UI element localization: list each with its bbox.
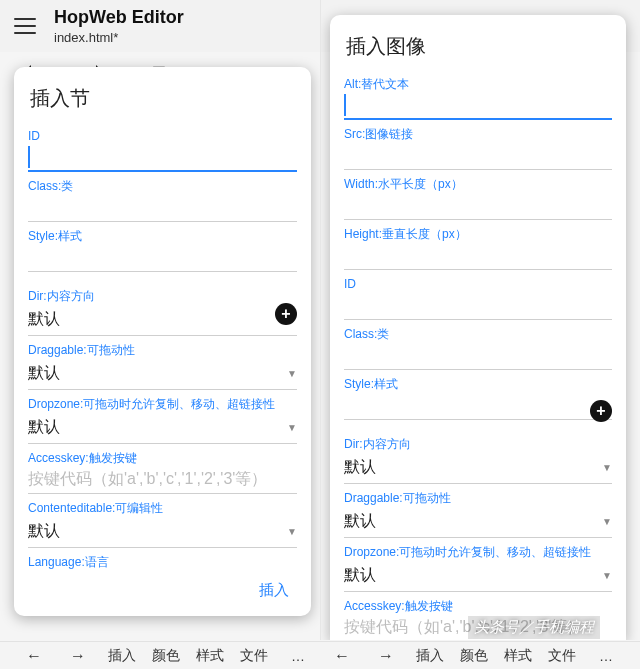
contenteditable-label: Contenteditable:可编辑性 <box>28 500 297 516</box>
accesskey-label: Accesskey:触发按键 <box>344 598 612 614</box>
dir-label: Dir:内容方向 <box>28 288 297 304</box>
chevron-down-icon: ▼ <box>602 516 612 527</box>
dropzone-label: Dropzone:可拖动时允许复制、移动、超链接性 <box>28 396 297 412</box>
alt-input[interactable] <box>344 92 612 120</box>
draggable-label: Draggable:可拖动性 <box>344 490 612 506</box>
alt-label: Alt:替代文本 <box>344 76 612 92</box>
class-input[interactable] <box>28 194 297 222</box>
src-input[interactable] <box>344 142 612 170</box>
contenteditable-select[interactable]: 默认▼ <box>28 516 297 548</box>
id-input[interactable] <box>344 292 612 320</box>
nav-left[interactable]: ← <box>12 647 56 665</box>
bottom-file[interactable]: 文件 <box>232 647 276 665</box>
width-input[interactable] <box>344 192 612 220</box>
accesskey-input[interactable]: 按键代码（如'a','b','c','1','2','3'等） <box>28 466 297 494</box>
insert-section-dialog: 插入节 ID Class:类 Style:样式 Dir:内容方向 默认▼ <box>14 67 311 616</box>
chevron-down-icon: ▼ <box>602 462 612 473</box>
chevron-down-icon: ▼ <box>287 422 297 433</box>
draggable-select[interactable]: 默认▼ <box>344 506 612 538</box>
style-input[interactable] <box>344 392 612 420</box>
chevron-down-icon: ▼ <box>287 368 297 379</box>
bottom-toolbar: ← → 插入 颜色 样式 文件 … ← → 插入 颜色 样式 文件 … <box>0 641 640 669</box>
insert-image-dialog: 插入图像 Alt:替代文本 Src:图像链接 Width:水平长度（px） He… <box>330 15 626 640</box>
add-style-button[interactable]: + <box>590 400 612 422</box>
bottom-color[interactable]: 颜色 <box>144 647 188 665</box>
insert-button[interactable]: 插入 <box>259 581 289 598</box>
style-input[interactable] <box>28 244 297 272</box>
class-input[interactable] <box>344 342 612 370</box>
height-label: Height:垂直长度（px） <box>344 226 612 242</box>
dir-label: Dir:内容方向 <box>344 436 612 452</box>
height-input[interactable] <box>344 242 612 270</box>
chevron-down-icon: ▼ <box>602 570 612 581</box>
bottom-file-2[interactable]: 文件 <box>540 647 584 665</box>
bottom-more[interactable]: … <box>276 648 320 664</box>
dropzone-label: Dropzone:可拖动时允许复制、移动、超链接性 <box>344 544 612 560</box>
id-label: ID <box>344 276 612 292</box>
bottom-more-2[interactable]: … <box>584 648 628 664</box>
bottom-color-2[interactable]: 颜色 <box>452 647 496 665</box>
nav-left-2[interactable]: ← <box>320 647 364 665</box>
watermark: 头条号／手机编程 <box>468 616 600 639</box>
dialog-title: 插入图像 <box>330 15 626 70</box>
dropzone-select[interactable]: 默认▼ <box>28 412 297 444</box>
class-label: Class:类 <box>344 326 612 342</box>
class-label: Class:类 <box>28 178 297 194</box>
style-label: Style:样式 <box>344 376 612 392</box>
right-screen: HopWeb Editor 插入图像 Alt:替代文本 Src:图像链接 Wid… <box>320 0 640 640</box>
dropzone-select[interactable]: 默认▼ <box>344 560 612 592</box>
bottom-style-2[interactable]: 样式 <box>496 647 540 665</box>
language-label: Language:语言 <box>28 554 297 570</box>
nav-right[interactable]: → <box>56 647 100 665</box>
chevron-down-icon: ▼ <box>287 526 297 537</box>
src-label: Src:图像链接 <box>344 126 612 142</box>
id-label: ID <box>28 128 297 144</box>
left-screen: HopWeb Editor index.html* 插入节 ID Class:类 <box>0 0 320 640</box>
bottom-insert[interactable]: 插入 <box>100 647 144 665</box>
bottom-style[interactable]: 样式 <box>188 647 232 665</box>
draggable-label: Draggable:可拖动性 <box>28 342 297 358</box>
id-input[interactable] <box>28 144 297 172</box>
width-label: Width:水平长度（px） <box>344 176 612 192</box>
nav-right-2[interactable]: → <box>364 647 408 665</box>
dir-select[interactable]: 默认▼ <box>28 304 297 336</box>
bottom-insert-2[interactable]: 插入 <box>408 647 452 665</box>
accesskey-label: Accesskey:触发按键 <box>28 450 297 466</box>
add-style-button[interactable]: + <box>275 303 297 325</box>
dir-select[interactable]: 默认▼ <box>344 452 612 484</box>
dialog-title: 插入节 <box>14 67 311 122</box>
style-label: Style:样式 <box>28 228 297 244</box>
draggable-select[interactable]: 默认▼ <box>28 358 297 390</box>
